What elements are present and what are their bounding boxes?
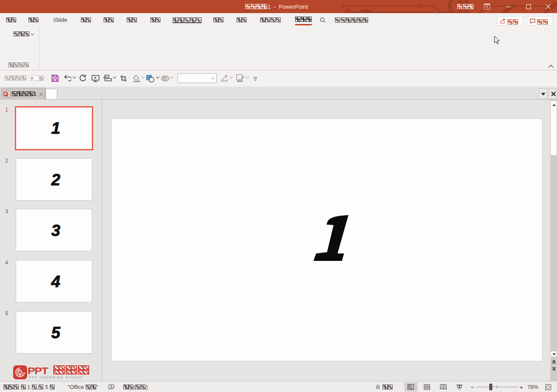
svg-text:P: P [4,91,7,96]
